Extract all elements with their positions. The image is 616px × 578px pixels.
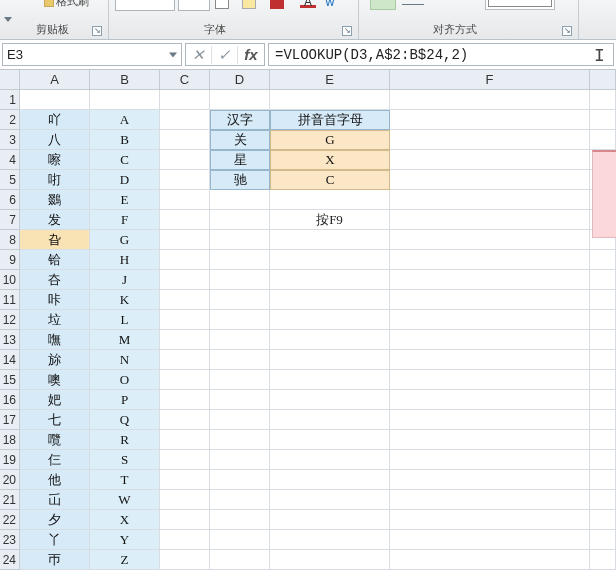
cell-A3[interactable]: 八 — [20, 130, 90, 150]
row-header-4[interactable]: 4 — [0, 150, 20, 170]
cell-F8[interactable] — [390, 230, 590, 250]
cell-F24[interactable] — [390, 550, 590, 570]
cell-C16[interactable] — [160, 390, 210, 410]
row-header-13[interactable]: 13 — [0, 330, 20, 350]
row-header-14[interactable]: 14 — [0, 350, 20, 370]
cell-G21[interactable] — [590, 490, 616, 510]
cell-C7[interactable] — [160, 210, 210, 230]
cell-D17[interactable] — [210, 410, 270, 430]
cell-F5[interactable] — [390, 170, 590, 190]
select-all-button[interactable] — [0, 70, 20, 90]
cell-G19[interactable] — [590, 450, 616, 470]
spreadsheet-grid[interactable]: ABCDEF12吖A汉字拼音首字母3八B关G4嚓C星X5咑D驰C6鵽E7发F按F… — [0, 70, 616, 570]
cell-D20[interactable] — [210, 470, 270, 490]
cell-G16[interactable] — [590, 390, 616, 410]
cell-A14[interactable]: 旀 — [20, 350, 90, 370]
cell-C3[interactable] — [160, 130, 210, 150]
formula-input[interactable]: =VLOOKUP(D3,A$2:B$24,2) I — [268, 43, 614, 66]
cell-A2[interactable]: 吖 — [20, 110, 90, 130]
cell-F19[interactable] — [390, 450, 590, 470]
cell-E24[interactable] — [270, 550, 390, 570]
merge-cells-button[interactable] — [370, 0, 396, 10]
row-header-7[interactable]: 7 — [0, 210, 20, 230]
cell-C17[interactable] — [160, 410, 210, 430]
cell-F21[interactable] — [390, 490, 590, 510]
fill-color-button[interactable] — [242, 0, 256, 9]
cell-C12[interactable] — [160, 310, 210, 330]
cell-F13[interactable] — [390, 330, 590, 350]
cell-D7[interactable] — [210, 210, 270, 230]
cell-A1[interactable] — [20, 90, 90, 110]
row-header-1[interactable]: 1 — [0, 90, 20, 110]
cell-B20[interactable]: T — [90, 470, 160, 490]
font-launcher-icon[interactable]: ↘ — [342, 26, 352, 36]
cell-F22[interactable] — [390, 510, 590, 530]
cell-D9[interactable] — [210, 250, 270, 270]
cell-D8[interactable] — [210, 230, 270, 250]
cell-E23[interactable] — [270, 530, 390, 550]
cell-C4[interactable] — [160, 150, 210, 170]
row-header-15[interactable]: 15 — [0, 370, 20, 390]
cell-G3[interactable] — [590, 130, 616, 150]
cell-G22[interactable] — [590, 510, 616, 530]
cell-A23[interactable]: 丫 — [20, 530, 90, 550]
align-button[interactable] — [400, 0, 426, 10]
cell-D22[interactable] — [210, 510, 270, 530]
phonetic-guide-button[interactable] — [325, 0, 339, 9]
cell-D21[interactable] — [210, 490, 270, 510]
cell-F16[interactable] — [390, 390, 590, 410]
cell-G17[interactable] — [590, 410, 616, 430]
cell-F15[interactable] — [390, 370, 590, 390]
cell-F1[interactable] — [390, 90, 590, 110]
cell-E7[interactable]: 按F9 — [270, 210, 390, 230]
fill-color-swatch[interactable] — [270, 0, 284, 9]
cell-B3[interactable]: B — [90, 130, 160, 150]
row-header-3[interactable]: 3 — [0, 130, 20, 150]
enter-button[interactable]: ✓ — [212, 46, 238, 64]
font-family-select[interactable] — [115, 0, 175, 11]
column-header-F[interactable]: F — [390, 70, 590, 90]
cell-E16[interactable] — [270, 390, 390, 410]
cell-B5[interactable]: D — [90, 170, 160, 190]
cell-D15[interactable] — [210, 370, 270, 390]
font-color-button[interactable] — [300, 0, 316, 8]
cell-A11[interactable]: 咔 — [20, 290, 90, 310]
cell-E13[interactable] — [270, 330, 390, 350]
cell-E4[interactable]: X — [270, 150, 390, 170]
column-header-B[interactable]: B — [90, 70, 160, 90]
cell-D18[interactable] — [210, 430, 270, 450]
row-header-5[interactable]: 5 — [0, 170, 20, 190]
cell-C23[interactable] — [160, 530, 210, 550]
cell-C13[interactable] — [160, 330, 210, 350]
cell-A22[interactable]: 夕 — [20, 510, 90, 530]
border-button[interactable] — [215, 0, 229, 9]
cell-G2[interactable] — [590, 110, 616, 130]
cell-E20[interactable] — [270, 470, 390, 490]
cell-G14[interactable] — [590, 350, 616, 370]
cell-D5[interactable]: 驰 — [210, 170, 270, 190]
cell-D2[interactable]: 汉字 — [210, 110, 270, 130]
cell-B11[interactable]: K — [90, 290, 160, 310]
row-header-11[interactable]: 11 — [0, 290, 20, 310]
row-header-12[interactable]: 12 — [0, 310, 20, 330]
cell-A24[interactable]: 帀 — [20, 550, 90, 570]
cell-B21[interactable]: W — [90, 490, 160, 510]
cell-B6[interactable]: E — [90, 190, 160, 210]
cell-B24[interactable]: Z — [90, 550, 160, 570]
cell-G12[interactable] — [590, 310, 616, 330]
cell-B1[interactable] — [90, 90, 160, 110]
cell-D10[interactable] — [210, 270, 270, 290]
cell-G1[interactable] — [590, 90, 616, 110]
cell-F20[interactable] — [390, 470, 590, 490]
cell-E21[interactable] — [270, 490, 390, 510]
chevron-down-icon[interactable] — [169, 52, 177, 57]
cell-F17[interactable] — [390, 410, 590, 430]
cell-D11[interactable] — [210, 290, 270, 310]
cell-B16[interactable]: P — [90, 390, 160, 410]
cell-A21[interactable]: 屲 — [20, 490, 90, 510]
cell-D6[interactable] — [210, 190, 270, 210]
cell-B2[interactable]: A — [90, 110, 160, 130]
cell-F6[interactable] — [390, 190, 590, 210]
cell-G23[interactable] — [590, 530, 616, 550]
cell-G13[interactable] — [590, 330, 616, 350]
